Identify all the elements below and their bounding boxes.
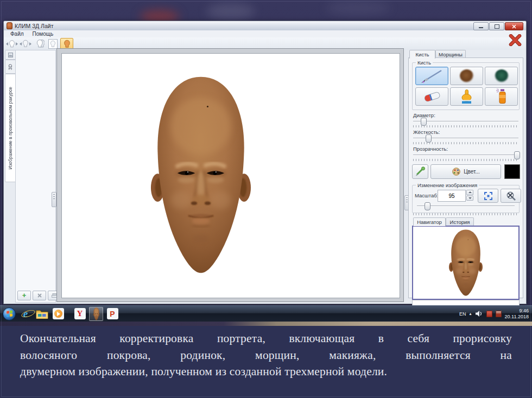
gallery-panel: + — [15, 50, 56, 303]
tab-history[interactable]: История — [446, 217, 474, 226]
left-tab-pin[interactable] — [5, 50, 16, 60]
start-button[interactable] — [2, 307, 16, 321]
tab-brush[interactable]: Кисть — [409, 50, 435, 59]
eraser-tool-button[interactable] — [415, 87, 448, 106]
color-button-label: Цвет... — [464, 169, 480, 175]
head-icon — [50, 40, 56, 48]
palette-icon — [452, 168, 461, 176]
close-button[interactable] — [505, 22, 523, 30]
color-button[interactable]: Цвет... — [430, 164, 501, 179]
plus-icon: + — [22, 292, 27, 299]
face-app-icon — [93, 307, 100, 320]
maximize-button[interactable] — [489, 22, 504, 30]
tray-expand-icon[interactable]: ▴ — [470, 311, 472, 316]
brush-group: Кисть — [412, 62, 520, 110]
scale-slider[interactable] — [417, 202, 515, 209]
hardness-slider[interactable] — [413, 134, 518, 142]
hair-brush-tool-button[interactable] — [450, 67, 483, 85]
portrait-canvas[interactable] — [61, 53, 400, 298]
scale-spinbox[interactable] — [438, 190, 466, 202]
diameter-ticks — [413, 125, 518, 127]
clock[interactable]: 9:46 20.11.2018 — [505, 308, 529, 320]
media-player-button[interactable] — [51, 307, 65, 321]
explorer-button[interactable] — [35, 307, 49, 321]
front-view-button[interactable] — [47, 38, 59, 49]
dual-view-button[interactable] — [33, 38, 45, 49]
fit-to-window-button[interactable] — [478, 189, 498, 203]
yandex-button[interactable]: Y — [73, 307, 87, 321]
canvas-frame — [56, 48, 404, 302]
language-indicator[interactable]: EN — [459, 311, 466, 317]
scale-input[interactable] — [439, 192, 465, 200]
client-area: 3D Изображение в произвольном ракурсе + — [4, 50, 526, 304]
opacity-slider-thumb[interactable] — [514, 151, 520, 159]
paintbrush-icon — [420, 69, 444, 83]
diameter-slider[interactable] — [413, 118, 518, 125]
image-icon — [8, 53, 13, 57]
menu-bar: Файл Помощь — [4, 30, 526, 38]
maximize-icon — [495, 24, 499, 29]
eyedropper-button[interactable] — [412, 164, 428, 179]
menu-file[interactable]: Файл — [6, 31, 28, 37]
paintbrush-tool-button[interactable] — [415, 67, 448, 85]
powerpoint-button[interactable]: P — [105, 307, 119, 321]
clock-date: 20.11.2018 — [505, 314, 529, 319]
reset-zoom-button[interactable] — [501, 189, 521, 203]
minimize-button[interactable] — [473, 22, 489, 30]
smudge-tool-button[interactable] — [450, 87, 483, 106]
x-icon — [37, 293, 42, 298]
left-tab-image-view[interactable]: Изображение в произвольном ракурсе — [5, 74, 16, 182]
spray-tool-button[interactable] — [485, 87, 518, 106]
opacity-ticks — [413, 159, 518, 161]
image-change-group: Изменение изображения Масштаб: — [412, 185, 520, 213]
left-tab-3d[interactable]: 3D — [5, 60, 16, 74]
hardness-slider-thumb[interactable] — [426, 134, 432, 143]
texture-brush-tool-button[interactable] — [485, 67, 518, 85]
rotate-head-left-button[interactable] — [6, 38, 18, 49]
speaker-icon[interactable] — [475, 310, 483, 317]
fit-selection-icon — [484, 191, 493, 201]
texture-brush-icon — [495, 69, 509, 82]
tab-brush-label: Кисть — [416, 52, 429, 57]
caption-line-1: Окончательная корректировка портрета, вк… — [20, 330, 512, 347]
portrait-face — [149, 74, 253, 277]
current-color-swatch[interactable] — [504, 164, 520, 179]
scale-down-button[interactable] — [466, 196, 473, 201]
brush-group-label: Кисть — [416, 60, 433, 66]
tray-app-icon[interactable] — [486, 311, 492, 317]
title-bar[interactable]: КЛИМ 3Д Лайт — [4, 21, 526, 30]
photo-artifact — [206, 3, 255, 20]
tab-wrinkles[interactable]: Морщины — [435, 50, 466, 58]
minimize-icon — [479, 27, 483, 28]
tab-navigator[interactable]: Навигатор — [413, 217, 446, 226]
left-splitter-handle[interactable] — [52, 192, 56, 207]
face-app-button[interactable] — [89, 307, 103, 321]
add-button[interactable]: + — [17, 291, 31, 300]
navigator-preview[interactable] — [412, 226, 520, 300]
media-player-icon — [53, 308, 64, 319]
folder-icon — [36, 309, 48, 319]
hair-brush-icon — [460, 69, 474, 82]
image-change-group-label: Изменение изображения — [416, 182, 479, 188]
rotate-head-right-button[interactable] — [20, 38, 31, 49]
system-tray: EN ▴ 9:46 20.11.2018 — [459, 306, 531, 322]
scale-up-button[interactable] — [466, 190, 473, 195]
window-title: КЛИМ 3Д Лайт — [15, 23, 54, 29]
arrow-left-icon — [6, 42, 8, 46]
diameter-slider-thumb[interactable] — [421, 118, 427, 126]
internet-explorer-button[interactable]: e — [18, 307, 33, 321]
opacity-slider[interactable] — [413, 151, 518, 158]
scale-spin-arrows — [466, 190, 473, 201]
delete-button[interactable] — [33, 291, 46, 300]
tray-app-icon[interactable] — [496, 311, 502, 317]
powerpoint-icon: P — [107, 308, 118, 319]
textured-head-icon — [64, 40, 71, 48]
scale-label: Масштаб: — [415, 192, 438, 198]
slide-caption: Окончательная корректировка портрета, вк… — [20, 330, 512, 380]
menu-help[interactable]: Помощь — [28, 31, 58, 37]
exit-app-button[interactable] — [509, 34, 522, 46]
no-zoom-icon — [506, 191, 516, 201]
spray-can-icon — [494, 88, 509, 105]
tab-image-view-label: Изображение в произвольном ракурсе — [8, 87, 13, 170]
scale-slider-thumb[interactable] — [425, 202, 430, 210]
